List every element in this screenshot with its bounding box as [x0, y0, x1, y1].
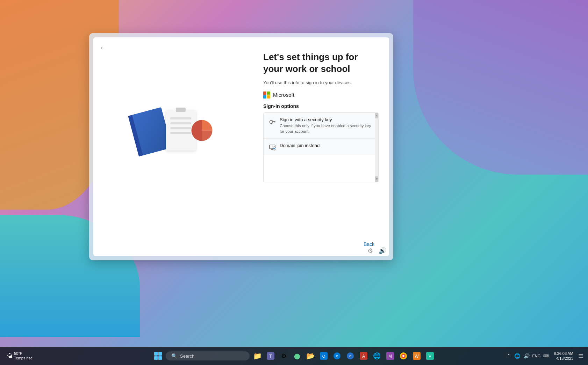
clock-date: 4/18/2023: [556, 356, 573, 361]
taskbar-app-teams[interactable]: T: [264, 350, 277, 362]
systray: ⌃ 🌐 🔊 ENG ⌨: [506, 352, 550, 359]
ms-name-label: Microsoft: [273, 92, 294, 98]
weather-trend: Temps rise: [14, 356, 33, 360]
taskbar-app-edge[interactable]: e: [331, 350, 343, 362]
weather-temp: 50°F: [14, 351, 33, 356]
svg-text:e: e: [349, 354, 351, 358]
ms-logo-yellow: [267, 95, 270, 98]
scroll-up[interactable]: ▲: [375, 113, 379, 118]
windows-logo: [154, 352, 162, 360]
taskbar-weather[interactable]: 🌤 50°F Temps rise: [4, 350, 35, 362]
taskbar-app-app9[interactable]: 🌐: [371, 350, 383, 362]
content-area: Let's set things up for your work or sch…: [93, 37, 389, 236]
win-logo-bl: [154, 356, 158, 360]
right-content: Let's set things up for your work or sch…: [256, 48, 382, 229]
svg-text:V: V: [429, 354, 431, 359]
window-footer: Back: [93, 236, 389, 256]
domain-join-title: Domain join instead: [280, 143, 373, 148]
svg-text:e: e: [336, 354, 338, 358]
taskbar-app-file-explorer[interactable]: 📁: [251, 350, 264, 362]
win-logo-br: [158, 356, 162, 360]
weather-icon: 🌤: [7, 353, 13, 359]
security-key-icon: [268, 117, 276, 125]
ms-logo-red: [263, 92, 266, 95]
svg-text:M: M: [388, 354, 392, 359]
taskbar-clock[interactable]: 8:36:03 AM 4/18/2023: [552, 351, 575, 361]
systray-volume[interactable]: 🔊: [523, 352, 530, 359]
taskbar-app-outlook[interactable]: O: [317, 350, 330, 362]
taskbar-app-settings[interactable]: ⚙: [278, 350, 290, 362]
win-logo-tl: [154, 352, 158, 356]
back-arrow-icon: ←: [100, 44, 107, 51]
illustration: [138, 107, 218, 170]
domain-join-text-group: Domain join instead: [280, 143, 373, 149]
svg-point-1: [270, 120, 273, 123]
svg-text:T: T: [269, 354, 272, 359]
systray-show-hidden[interactable]: ⌃: [506, 352, 511, 359]
security-key-title: Sign in with a security key: [280, 117, 373, 122]
taskbar-apps: 📁 T ⚙ ⬤ 📂 O e e A 🌐: [251, 350, 436, 362]
document-clip: [176, 108, 186, 112]
security-key-text-group: Sign in with a security key Choose this …: [280, 117, 373, 134]
taskbar-right: ⌃ 🌐 🔊 ENG ⌨ 8:36:03 AM 4/18/2023 ☰: [506, 351, 584, 361]
pie-chart-icon: [189, 117, 215, 144]
svg-point-8: [273, 147, 276, 150]
ms-logo-green: [267, 92, 270, 95]
scrollbar[interactable]: ▲ ▼: [375, 113, 378, 182]
win-logo-tr: [158, 352, 162, 356]
svg-text:A: A: [362, 354, 365, 359]
taskbar-app-terminal[interactable]: ⬤: [291, 350, 303, 362]
setup-window: ←: [89, 33, 393, 260]
taskbar-app-files[interactable]: 📂: [304, 350, 317, 362]
search-label: Search: [180, 353, 194, 359]
volume-icon[interactable]: 🔊: [379, 247, 386, 255]
taskbar-app-app8[interactable]: A: [357, 350, 370, 362]
options-scroll-container: Sign in with a security key Choose this …: [263, 112, 379, 182]
accessibility-icon[interactable]: ⚙: [367, 247, 373, 255]
svg-point-23: [402, 355, 404, 357]
illustration-area: [100, 48, 256, 229]
window-inner: ←: [93, 37, 389, 256]
search-icon: 🔍: [171, 353, 177, 359]
options-list: Sign in with a security key Choose this …: [264, 113, 378, 182]
option-domain-join[interactable]: Domain join instead: [264, 139, 378, 155]
taskbar-center: 🔍 Search 📁 T ⚙ ⬤ 📂 O e e: [152, 350, 436, 362]
svg-text:W: W: [415, 354, 419, 359]
sign-in-options-label: Sign-in options: [263, 103, 379, 109]
bg-shape-purple: [413, 0, 588, 175]
window-bottom-icons: ⚙ 🔊: [367, 247, 386, 255]
svg-text:O: O: [322, 354, 325, 358]
ms-logo: [263, 92, 270, 98]
scroll-down[interactable]: ▼: [375, 176, 379, 182]
notification-icon[interactable]: ☰: [578, 352, 584, 360]
systray-network[interactable]: 🌐: [514, 352, 521, 359]
option-security-key[interactable]: Sign in with a security key Choose this …: [264, 113, 378, 139]
back-arrow-top[interactable]: ←: [100, 44, 107, 52]
ms-logo-blue: [263, 95, 266, 98]
systray-lang[interactable]: ENG: [532, 354, 541, 358]
taskbar-left: 🌤 50°F Temps rise: [4, 350, 35, 362]
page-title: Let's set things up for your work or sch…: [263, 51, 379, 75]
taskbar-weather-text: 50°F Temps rise: [14, 351, 33, 360]
taskbar-app-app12[interactable]: V: [424, 350, 436, 362]
taskbar-app-app11[interactable]: W: [410, 350, 423, 362]
taskbar-app-chrome[interactable]: [397, 350, 410, 362]
taskbar-app-edge-dev[interactable]: e: [344, 350, 357, 362]
ms-logo-row: Microsoft: [263, 92, 379, 98]
start-button[interactable]: [152, 350, 164, 362]
domain-join-icon: [268, 143, 276, 151]
clock-time: 8:36:03 AM: [554, 351, 573, 356]
desktop: ←: [0, 0, 588, 365]
pie-chart-svg: [189, 117, 215, 144]
security-key-desc: Choose this only if you have enabled a s…: [280, 123, 373, 134]
taskbar-app-app10[interactable]: M: [384, 350, 396, 362]
taskbar-search[interactable]: 🔍 Search: [166, 351, 250, 360]
page-subtitle: You'll use this info to sign in to your …: [263, 80, 379, 85]
systray-keyboard[interactable]: ⌨: [543, 353, 550, 359]
taskbar: 🌤 50°F Temps rise 🔍 Sea: [0, 347, 588, 365]
